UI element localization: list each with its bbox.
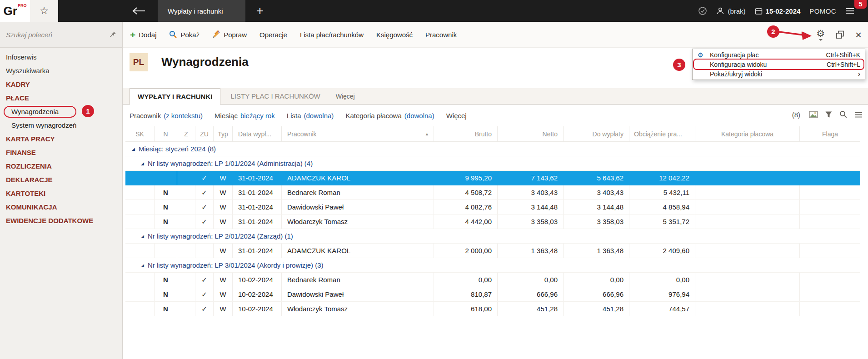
edit-button[interactable]: Popraw (212, 30, 247, 39)
column-header-do-wypłaty[interactable]: Do wypłaty (564, 126, 629, 141)
cell-typ: W (214, 273, 233, 287)
filter-pracownik[interactable]: Pracownik (z kontekstu) (130, 112, 203, 120)
sidebar-item-rozliczenia[interactable]: ROZLICZENIA (0, 159, 122, 173)
column-header-sk[interactable]: SK (125, 126, 155, 141)
filter-kategoria-placowa[interactable]: Kategoria płacowa (dowolna) (345, 112, 434, 120)
check-circle-icon (698, 6, 707, 15)
column-header-z[interactable]: Z (177, 126, 195, 141)
sidebar-item-płace[interactable]: PŁACE (0, 91, 122, 105)
cell-obciazenie: 744,57 (629, 302, 695, 316)
user-button[interactable]: (brak) (716, 7, 745, 15)
table-row[interactable]: ✓W31-01-2024ADAMCZUK KAROL9 995,207 143,… (125, 171, 860, 185)
cell-brutto: 0,00 (434, 273, 498, 287)
operations-menu[interactable]: Operacje (259, 31, 287, 39)
cell-z (177, 302, 195, 316)
sidebar-item-ewidencje-dodatkowe[interactable]: EWIDENCJE DODATKOWE (0, 214, 122, 227)
cell-sk (125, 244, 155, 258)
cell-kategoria (695, 273, 800, 287)
favorites-star-icon[interactable]: ☆ (30, 0, 58, 22)
sidebar-item-finanse[interactable]: FINANSE (0, 145, 122, 159)
column-header-data-wypł[interactable]: Data wypł... (233, 126, 282, 141)
grid-header: SKNZZUTypData wypł...Pracownik▲BruttoNet… (125, 126, 860, 142)
column-header-n[interactable]: N (155, 126, 177, 141)
table-row[interactable]: N✓W10-02-2024Dawidowski Paweł810,87666,9… (125, 287, 860, 302)
sidebar-item-kadry[interactable]: KADRY (0, 77, 122, 91)
column-header-obciążenie-pra[interactable]: Obciążenie pra... (629, 126, 695, 141)
group-row[interactable]: ◢Miesiąc: styczeń 2024 (8) (125, 142, 860, 156)
payroll-list-menu[interactable]: Lista płac/rachunków (300, 31, 364, 39)
column-header-brutto[interactable]: Brutto (434, 126, 498, 141)
column-header-flaga[interactable]: Flaga (800, 126, 860, 141)
menu-item-pokaz-ukryj-widoki[interactable]: Pokaż/ukryj widoki › (693, 69, 865, 79)
filter-miesiac[interactable]: Miesiąc bieżący rok (215, 112, 275, 120)
cell-z (177, 185, 195, 199)
column-header-pracownik[interactable]: Pracownik▲ (282, 126, 434, 141)
settings-button[interactable]: ⚙ (816, 29, 825, 41)
sidebar-item-komunikacja[interactable]: KOMUNIKACJA (0, 200, 122, 214)
add-button[interactable]: + Dodaj (130, 30, 156, 40)
help-menu-button[interactable]: POMOC (809, 7, 836, 15)
column-header-zu[interactable]: ZU (195, 126, 214, 141)
back-button[interactable] (129, 0, 149, 22)
employee-menu[interactable]: Pracownik (425, 31, 457, 39)
table-row[interactable]: N✓W10-02-2024Bednarek Roman0,000,000,000… (125, 273, 860, 287)
filter-more[interactable]: Więcej (446, 112, 467, 120)
table-row[interactable]: N✓W31-01-2024Bednarek Roman4 508,723 403… (125, 185, 860, 200)
topbar: Gr PRO ☆ Wypłaty i rachunki + (brak) 15-… (0, 0, 868, 22)
cell-n: N (155, 287, 177, 301)
image-view-button[interactable] (809, 111, 818, 118)
cell-brutto: 618,00 (434, 302, 498, 316)
tab-more[interactable]: Więcej (330, 88, 360, 104)
column-header-netto[interactable]: Netto (498, 126, 564, 141)
calendar-icon (755, 7, 763, 15)
new-tab-button[interactable]: + (252, 3, 268, 19)
cell-sk (125, 200, 155, 214)
group-expand-icon[interactable]: ◢ (141, 263, 144, 268)
group-row[interactable]: ◢Nr listy wynagrodzeń: LP 1/01/2024 (Adm… (125, 156, 860, 171)
window-tab[interactable]: Wypłaty i rachunki (158, 0, 245, 22)
close-button[interactable]: × (855, 30, 862, 40)
sidebar-item-kartoteki[interactable]: KARTOTEKI (0, 186, 122, 200)
table-row[interactable]: N✓W10-02-2024Włodarczyk Tomasz618,00451,… (125, 302, 860, 316)
sidebar-item-system-wynagrodzeń[interactable]: System wynagrodzeń (0, 118, 122, 132)
accounting-menu[interactable]: Księgowość (376, 31, 413, 39)
filter-view-button[interactable] (825, 111, 833, 118)
search-view-button[interactable] (839, 110, 848, 119)
cell-do-wyplaty: 3 144,48 (564, 200, 629, 214)
table-row[interactable]: N✓W31-01-2024Włodarczyk Tomasz4 442,003 … (125, 214, 860, 229)
accounting-label: Księgowość (376, 31, 413, 39)
group-expand-icon[interactable]: ◢ (141, 161, 144, 166)
sidebar-item-wyszukiwarka[interactable]: Wyszukiwarka (0, 64, 122, 77)
table-row[interactable]: N✓W31-01-2024Dawidowski Paweł4 082,763 1… (125, 200, 860, 214)
filter-lista[interactable]: Lista (dowolna) (287, 112, 334, 120)
group-row[interactable]: ◢Nr listy wynagrodzeń: LP 2/01/2024 (Zar… (125, 229, 860, 244)
group-expand-icon[interactable]: ◢ (132, 147, 135, 151)
tab-listy-plac-i-rachunkow[interactable]: LISTY PŁAC I RACHUNKÓW (220, 88, 330, 104)
group-row[interactable]: ◢Nr listy wynagrodzeń: LP 3/01/2024 (Ako… (125, 258, 860, 273)
app-logo[interactable]: Gr PRO (0, 0, 30, 22)
sidebar-item-wynagrodzenia[interactable]: Wynagrodzenia (0, 105, 122, 118)
sidebar-item-karta-pracy[interactable]: KARTA PRACY (0, 132, 122, 145)
table-row[interactable]: W31-01-2024ADAMCZUK KAROL2 000,001 363,4… (125, 244, 860, 258)
main-menu-button[interactable] (845, 8, 854, 14)
sidebar-item-infoserwis[interactable]: Infoserwis (0, 50, 122, 64)
cell-kategoria (695, 287, 800, 301)
help-button[interactable]: ? (801, 30, 805, 40)
column-header-kategoria-płacowa[interactable]: Kategoria płacowa (695, 126, 800, 141)
tab-wyplaty-i-rachunki[interactable]: WYPŁATY I RACHUNKI (130, 88, 220, 105)
sync-status-button[interactable] (698, 6, 707, 15)
group-expand-icon[interactable]: ◢ (141, 234, 144, 239)
pin-icon[interactable] (109, 31, 116, 38)
date-button[interactable]: 15-02-2024 (755, 7, 801, 15)
sidebar-item-deklaracje[interactable]: DEKLARACJE (0, 173, 122, 186)
annotation-corner-badge: 5 (854, 0, 867, 9)
grid-menu-button[interactable] (854, 112, 863, 118)
command-search-input[interactable]: Szukaj poleceń (0, 22, 123, 48)
cell-kategoria (695, 171, 800, 185)
windows-button[interactable] (836, 30, 844, 39)
cell-n: N (155, 273, 177, 287)
column-header-typ[interactable]: Typ (214, 126, 233, 141)
menu-item-konfiguracja-widoku[interactable]: Konfiguracja widoku Ctrl+Shift+L (693, 60, 865, 69)
menu-item-konfiguracja-plac[interactable]: ⚙ Konfiguracja płac Ctrl+Shift+K (693, 50, 865, 60)
show-button[interactable]: Pokaż (169, 30, 200, 39)
